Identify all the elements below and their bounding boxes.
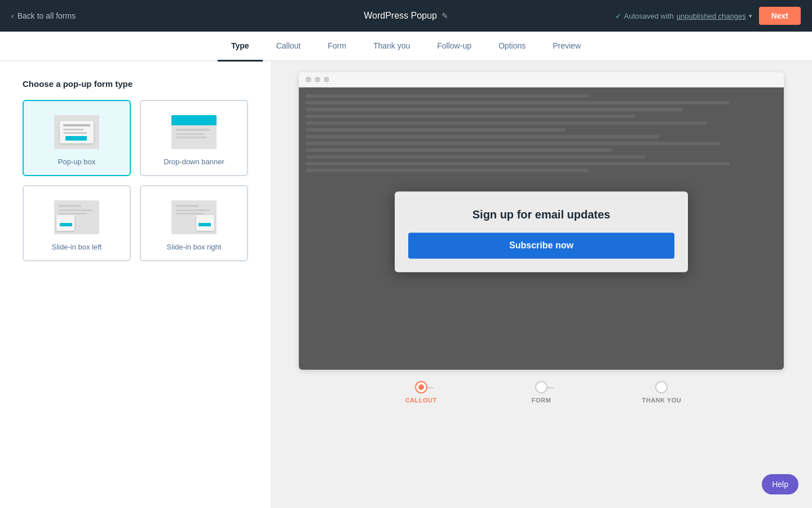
- popup-title: Sign up for email updates: [473, 208, 610, 221]
- popup-modal: Sign up for email updates Subscribe now: [395, 191, 688, 272]
- choose-type-label: Choose a pop-up form type: [23, 79, 248, 89]
- title-text: WordPress Popup: [364, 11, 437, 21]
- slidein-right-preview-icon: [169, 198, 219, 237]
- back-label: Back to all forms: [17, 11, 76, 20]
- card-dropdown-banner[interactable]: Drop-down banner: [140, 100, 248, 176]
- step-thankyou: THANK YOU: [624, 381, 699, 404]
- step-form-label: FORM: [532, 397, 551, 404]
- browser-body: Sign up for email updates Subscribe now: [299, 87, 784, 370]
- edit-icon[interactable]: ✎: [442, 11, 448, 20]
- check-icon: ✓: [615, 12, 621, 20]
- step-thankyou-circle: [655, 381, 668, 393]
- slidein-left-label: Slide-in box left: [52, 243, 102, 251]
- tab-form[interactable]: Form: [314, 32, 360, 62]
- back-to-forms-link[interactable]: ‹ Back to all forms: [11, 11, 76, 20]
- slidein-left-preview-icon: [51, 198, 102, 237]
- left-panel: Choose a pop-up form type Pop-up: [0, 61, 271, 508]
- browser-dot-1: [306, 77, 311, 82]
- subscribe-button[interactable]: Subscribe now: [408, 233, 674, 259]
- main-content: Choose a pop-up form type Pop-up: [0, 61, 812, 508]
- tab-preview[interactable]: Preview: [539, 32, 594, 62]
- tab-options[interactable]: Options: [485, 32, 539, 62]
- popup-box-preview-icon: [51, 112, 102, 152]
- browser-mockup: Sign up for email updates Subscribe now: [299, 72, 784, 370]
- right-panel: Sign up for email updates Subscribe now …: [271, 61, 812, 508]
- dropdown-banner-label: Drop-down banner: [164, 157, 224, 166]
- tab-type[interactable]: Type: [218, 32, 263, 62]
- popup-box-label: Pop-up box: [58, 157, 96, 166]
- help-button[interactable]: Help: [762, 474, 798, 494]
- browser-dot-3: [324, 77, 329, 82]
- slidein-right-label: Slide-in box right: [167, 243, 222, 251]
- step-callout-label: CALLOUT: [405, 397, 437, 404]
- step-form: FORM: [504, 381, 579, 404]
- dropdown-banner-preview-icon: [169, 112, 219, 152]
- form-types-grid: Pop-up box Drop-down banner: [23, 100, 248, 261]
- tab-followup[interactable]: Follow-up: [423, 32, 485, 62]
- page-title: WordPress Popup ✎: [364, 11, 448, 21]
- tabs-bar: Type Callout Form Thank you Follow-up Op…: [0, 32, 812, 61]
- card-slidein-right[interactable]: Slide-in box right: [140, 185, 248, 261]
- browser-dot-2: [315, 77, 320, 82]
- browser-toolbar: [299, 72, 784, 87]
- step-callout: CALLOUT: [383, 381, 458, 404]
- card-popup-box[interactable]: Pop-up box: [23, 100, 131, 176]
- tab-thankyou[interactable]: Thank you: [360, 32, 423, 62]
- step-form-circle: [535, 381, 548, 393]
- autosave-prefix: Autosaved with: [624, 12, 674, 20]
- top-nav: ‹ Back to all forms WordPress Popup ✎ ✓ …: [0, 0, 812, 32]
- nav-right: ✓ Autosaved with unpublished changes ▾ N…: [615, 7, 801, 25]
- step-indicator: CALLOUT FORM THANK YOU: [383, 381, 699, 404]
- autosave-dropdown-icon[interactable]: ▾: [749, 12, 752, 20]
- step-thankyou-label: THANK YOU: [642, 397, 681, 404]
- unpublished-changes-link[interactable]: unpublished changes: [677, 12, 746, 20]
- back-arrow-icon: ‹: [11, 11, 14, 20]
- autosave-status: ✓ Autosaved with unpublished changes ▾: [615, 12, 752, 20]
- tab-callout[interactable]: Callout: [263, 32, 315, 62]
- card-slidein-left[interactable]: Slide-in box left: [23, 185, 131, 261]
- next-button[interactable]: Next: [759, 7, 801, 25]
- step-callout-circle: [415, 381, 427, 393]
